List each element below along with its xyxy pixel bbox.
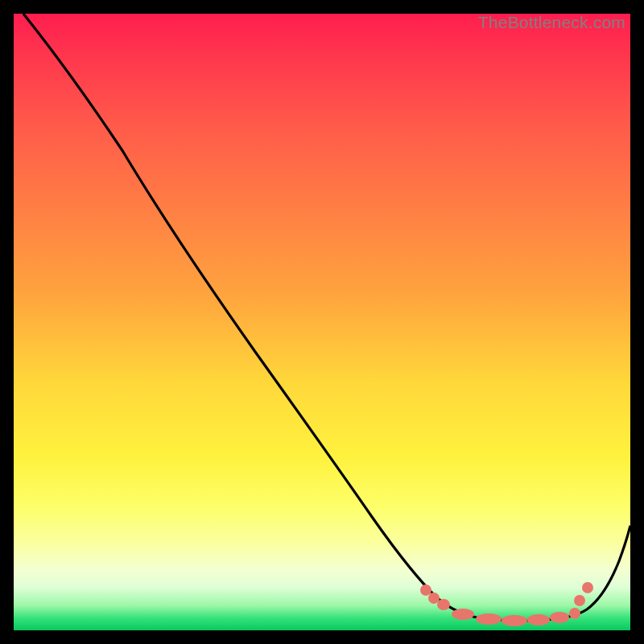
watermark-text: TheBottleneck.com bbox=[478, 13, 625, 32]
plot-area bbox=[14, 14, 630, 630]
plot-frame: TheBottleneck.com bbox=[14, 14, 630, 630]
heat-gradient-background bbox=[14, 14, 630, 630]
